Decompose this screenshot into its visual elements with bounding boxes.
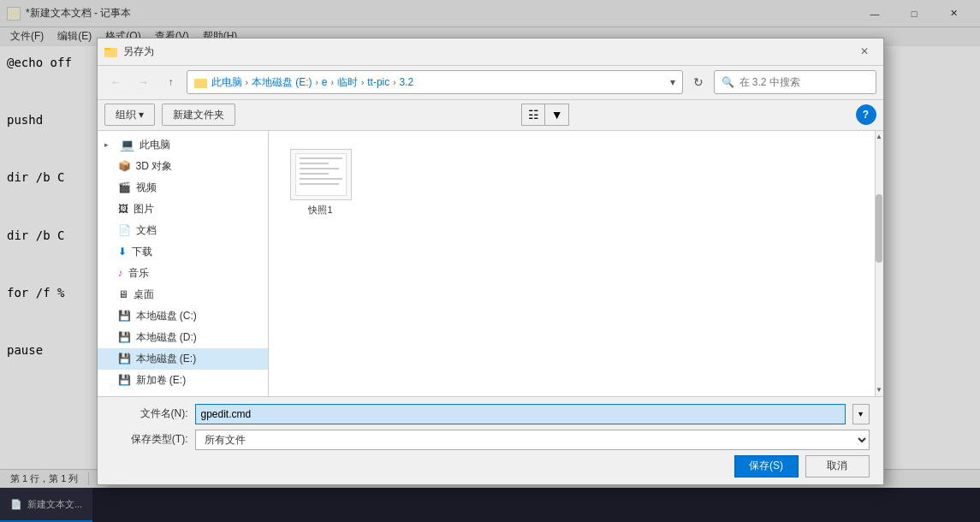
sidebar-label-3d: 3D 对象 <box>136 159 173 174</box>
thumb-line5 <box>300 178 342 180</box>
sidebar-item-document[interactable]: 📄 文档 <box>98 220 268 241</box>
filename-label: 文件名(N): <box>111 406 188 421</box>
thumb-line3 <box>300 168 339 169</box>
sidebar-label-drive-d: 本地磁盘 (D:) <box>136 330 197 345</box>
help-button[interactable]: ? <box>856 104 876 125</box>
new-folder-button[interactable]: 新建文件夹 <box>162 104 235 126</box>
breadcrumb-sep5: › <box>393 78 395 87</box>
svg-rect-2 <box>104 50 117 57</box>
sidebar-label-this-pc: 此电脑 <box>140 138 170 152</box>
dialog-footer: 文件名(N): ▾ 保存类型(T): 所有文件 保存(S) 取消 <box>98 396 883 484</box>
cancel-button[interactable]: 取消 <box>805 455 870 478</box>
video-icon: 🎬 <box>118 181 131 193</box>
dialog-title-icon <box>104 44 118 58</box>
sidebar-item-music[interactable]: ♪ 音乐 <box>98 263 268 284</box>
download-icon: ⬇ <box>118 246 127 258</box>
view-controls: ☷ ▼ <box>521 104 569 126</box>
search-input[interactable] <box>739 76 869 88</box>
nav-up-button[interactable]: ↑ <box>159 70 183 94</box>
dialog-sidebar: ▸ 💻 此电脑 📦 3D 对象 🎬 视频 🖼 图片 <box>98 131 269 396</box>
drive-c-icon: 💾 <box>118 310 131 322</box>
nav-forward-button[interactable]: → <box>132 70 156 94</box>
dialog-main-area: 快照1 <box>269 131 875 396</box>
sidebar-scrollbar[interactable]: ▲ ▼ <box>875 131 883 396</box>
footer-buttons: 保存(S) 取消 <box>111 455 870 478</box>
desktop-icon: 🖥 <box>118 288 128 300</box>
breadcrumb-sep3: › <box>331 78 334 87</box>
search-bar: 🔍 <box>714 70 876 94</box>
sidebar-item-new-e[interactable]: 💾 新加卷 (E:) <box>98 370 268 391</box>
saveas-dialog: 另存为 ✕ ← → ↑ 此电脑 › 本地磁盘 (E:) › e › 临时 <box>97 38 884 485</box>
breadcrumb-temp[interactable]: 临时 <box>337 75 358 90</box>
thumb-line1 <box>300 157 342 159</box>
breadcrumb-thispc[interactable]: 此电脑 <box>211 75 242 90</box>
list-item[interactable]: 快照1 <box>282 145 359 221</box>
scroll-up-arrow[interactable]: ▲ <box>875 131 883 143</box>
breadcrumb-sep4: › <box>361 78 364 87</box>
search-icon: 🔍 <box>722 76 734 88</box>
breadcrumb-sep1: › <box>246 78 248 87</box>
breadcrumb-folder-icon <box>194 75 208 89</box>
thumb-line6 <box>300 183 339 185</box>
sidebar-label-picture: 图片 <box>134 202 154 217</box>
drive-e-icon: 💾 <box>118 353 131 365</box>
sidebar-item-drive-e[interactable]: 💾 本地磁盘 (E:) <box>98 348 268 370</box>
nav-back-button[interactable]: ← <box>104 70 128 94</box>
breadcrumb-ttpic[interactable]: tt-pic <box>367 76 389 88</box>
sidebar-item-drive-d[interactable]: 💾 本地磁盘 (D:) <box>98 327 268 348</box>
save-button[interactable]: 保存(S) <box>734 455 799 478</box>
filename-dropdown-button[interactable]: ▾ <box>852 404 870 424</box>
organize-button[interactable]: 组织 ▾ <box>104 104 155 126</box>
3d-icon: 📦 <box>118 160 131 172</box>
breadcrumb-drive[interactable]: 本地磁盘 (E:) <box>252 75 312 90</box>
thumb-line4 <box>300 173 330 175</box>
scroll-thumb[interactable] <box>876 194 882 263</box>
document-icon: 📄 <box>118 224 131 236</box>
sidebar-label-music: 音乐 <box>128 266 149 281</box>
drive-d-icon: 💾 <box>118 331 131 343</box>
file-thumbnail <box>290 149 352 200</box>
dialog-close-button[interactable]: ✕ <box>852 43 876 60</box>
dialog-actionbar: 组织 ▾ 新建文件夹 ☷ ▼ ? <box>98 100 883 131</box>
sidebar-label-video: 视频 <box>136 181 157 195</box>
new-vol-icon: 💾 <box>118 374 131 386</box>
dialog-title-text: 另存为 <box>123 44 154 59</box>
scroll-down-arrow[interactable]: ▼ <box>875 384 883 396</box>
sidebar-item-download[interactable]: ⬇ 下载 <box>98 241 268 263</box>
sidebar-item-picture[interactable]: 🖼 图片 <box>98 199 268 220</box>
filetype-row: 保存类型(T): 所有文件 <box>111 430 870 450</box>
breadcrumb-dropdown-icon[interactable]: ▾ <box>670 76 675 88</box>
dialog-overlay: 另存为 ✕ ← → ↑ 此电脑 › 本地磁盘 (E:) › e › 临时 <box>0 0 980 522</box>
dialog-title: 另存为 <box>104 44 154 59</box>
organize-label: 组织 ▾ <box>116 108 144 122</box>
dialog-titlebar: 另存为 ✕ <box>98 39 883 66</box>
picture-icon: 🖼 <box>118 203 128 215</box>
filename-input[interactable] <box>195 404 846 424</box>
music-icon: ♪ <box>118 267 123 279</box>
breadcrumb-32[interactable]: 3.2 <box>400 76 414 88</box>
dialog-body: ▸ 💻 此电脑 📦 3D 对象 🎬 视频 🖼 图片 <box>98 131 883 396</box>
dialog-toolbar: ← → ↑ 此电脑 › 本地磁盘 (E:) › e › 临时 › tt-pic … <box>98 66 883 100</box>
new-folder-label: 新建文件夹 <box>173 108 224 122</box>
breadcrumb-e[interactable]: e <box>322 76 328 88</box>
sidebar-label-drive-c: 本地磁盘 (C:) <box>136 309 197 323</box>
view-toggle-button[interactable]: ☷ <box>521 104 545 126</box>
view-dropdown-button[interactable]: ▼ <box>545 104 569 126</box>
thumbnail-inner <box>295 153 347 196</box>
sidebar-item-drive-c[interactable]: 💾 本地磁盘 (C:) <box>98 305 268 327</box>
sidebar-item-3d[interactable]: 📦 3D 对象 <box>98 156 268 177</box>
svg-rect-4 <box>194 80 207 88</box>
sidebar-label-drive-e: 本地磁盘 (E:) <box>136 352 197 366</box>
sidebar-item-desktop[interactable]: 🖥 桌面 <box>98 284 268 305</box>
breadcrumb-bar: 此电脑 › 本地磁盘 (E:) › e › 临时 › tt-pic › 3.2 … <box>187 70 683 94</box>
thumb-line2 <box>300 163 330 164</box>
breadcrumb-sep2: › <box>316 78 318 87</box>
pc-icon: 💻 <box>120 138 134 151</box>
sidebar-item-this-pc[interactable]: ▸ 💻 此电脑 <box>98 134 268 156</box>
refresh-button[interactable]: ↻ <box>686 70 710 94</box>
expand-this-pc-icon: ▸ <box>104 140 115 149</box>
filetype-select[interactable]: 所有文件 <box>195 430 870 450</box>
filetype-label: 保存类型(T): <box>111 432 188 447</box>
sidebar-item-video[interactable]: 🎬 视频 <box>98 177 268 199</box>
filename-row: 文件名(N): ▾ <box>111 404 870 424</box>
